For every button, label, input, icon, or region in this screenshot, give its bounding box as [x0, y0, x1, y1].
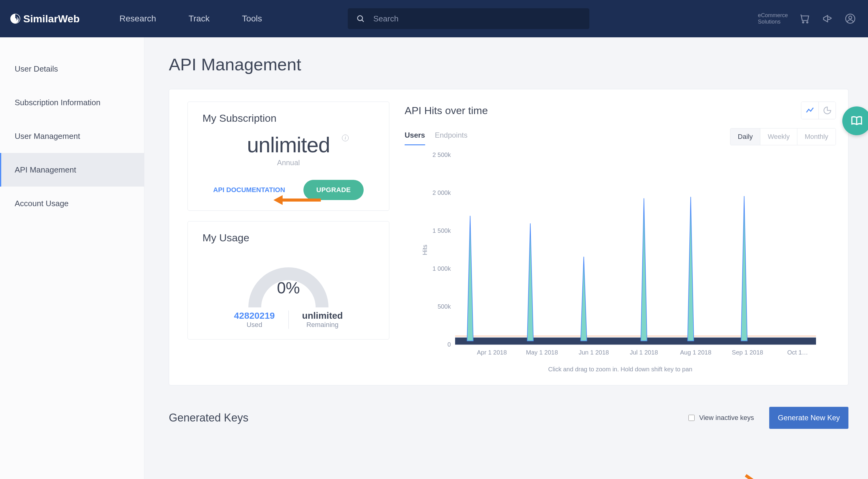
usage-used-label: Used: [234, 321, 275, 329]
topbar: SimilarWeb Research Track Tools eCommerc…: [0, 0, 868, 37]
sidebar-item-account-usage[interactable]: Account Usage: [0, 187, 144, 220]
line-chart-view-button[interactable]: [801, 102, 818, 119]
tab-endpoints[interactable]: Endpoints: [435, 128, 468, 145]
help-fab[interactable]: [842, 107, 868, 135]
search-input[interactable]: [373, 14, 581, 24]
svg-text:Sep 1 2018: Sep 1 2018: [732, 349, 763, 356]
cart-icon[interactable]: [800, 13, 810, 24]
svg-point-6: [849, 16, 852, 19]
line-chart-icon: [805, 106, 814, 115]
usage-used-value: 42820219: [234, 310, 275, 321]
svg-text:1 500k: 1 500k: [432, 227, 451, 234]
nav-tools[interactable]: Tools: [242, 14, 262, 24]
sidebar-item-user-management[interactable]: User Management: [0, 119, 144, 153]
usage-remaining-value: unlimited: [302, 310, 343, 321]
generated-keys-title: Generated Keys: [169, 411, 248, 424]
subscription-title: My Subscription: [203, 112, 374, 124]
usage-card: My Usage 0% 42820219 Used unlimited Rema…: [187, 221, 389, 339]
svg-point-3: [803, 22, 804, 23]
brand-logo[interactable]: SimilarWeb: [10, 13, 80, 25]
user-account-icon[interactable]: [845, 13, 856, 24]
annotation-arrow-icon: [743, 472, 785, 479]
chart-view-switch: [801, 101, 836, 119]
page-title: API Management: [169, 55, 848, 74]
svg-rect-14: [455, 337, 816, 345]
api-documentation-link[interactable]: API DOCUMENTATION: [213, 185, 285, 194]
sidebar: User Details Subscription Information Us…: [0, 37, 144, 479]
subscription-card: My Subscription i unlimited Annual API D…: [187, 101, 389, 211]
header-right: eCommerce Solutions: [758, 12, 856, 25]
generate-new-key-button[interactable]: Generate New Key: [769, 407, 848, 429]
subscription-value: unlimited: [203, 133, 374, 157]
range-daily[interactable]: Daily: [731, 128, 760, 145]
svg-text:Hits: Hits: [422, 245, 428, 255]
pie-chart-icon: [823, 106, 832, 115]
sidebar-item-label: Subscription Information: [15, 98, 100, 107]
nav-research[interactable]: Research: [120, 14, 156, 24]
usage-title: My Usage: [203, 232, 249, 244]
ecommerce-solutions-link[interactable]: eCommerce Solutions: [758, 12, 788, 25]
generated-keys-header: Generated Keys View inactive keys Genera…: [169, 407, 848, 429]
svg-text:Jul 1 2018: Jul 1 2018: [630, 349, 658, 356]
svg-line-2: [362, 20, 364, 22]
tab-users[interactable]: Users: [405, 128, 425, 145]
sidebar-item-subscription-info[interactable]: Subscription Information: [0, 86, 144, 119]
svg-point-1: [358, 16, 363, 21]
view-inactive-keys-label: View inactive keys: [699, 414, 754, 422]
svg-line-27: [746, 475, 776, 479]
dashboard-panel: My Subscription i unlimited Annual API D…: [169, 89, 848, 385]
view-inactive-keys-input[interactable]: [688, 415, 694, 421]
brand-name: SimilarWeb: [23, 13, 80, 25]
svg-text:2 500k: 2 500k: [432, 151, 451, 158]
info-icon[interactable]: i: [342, 134, 349, 141]
sidebar-item-api-management[interactable]: API Management: [0, 153, 144, 187]
svg-text:May 1 2018: May 1 2018: [526, 349, 558, 356]
hits-chart[interactable]: 0500k1 000k1 500k2 000k2 500kHitsApr 1 2…: [405, 149, 836, 363]
svg-text:1 000k: 1 000k: [432, 265, 451, 272]
sidebar-item-label: Account Usage: [15, 199, 68, 208]
svg-rect-15: [455, 335, 816, 336]
subscription-period: Annual: [203, 158, 374, 167]
main-content: API Management My Subscription i unlimit…: [144, 37, 868, 479]
sidebar-item-label: User Details: [15, 64, 58, 74]
usage-percent: 0%: [277, 279, 300, 297]
hits-title: API Hits over time: [405, 104, 488, 117]
svg-text:Jun 1 2018: Jun 1 2018: [579, 349, 609, 356]
range-monthly[interactable]: Monthly: [797, 128, 836, 145]
book-icon: [850, 114, 863, 127]
pie-chart-view-button[interactable]: [818, 102, 836, 119]
upgrade-button[interactable]: UPGRADE: [303, 180, 364, 200]
svg-text:Apr 1 2018: Apr 1 2018: [477, 349, 507, 356]
time-range-switch: Daily Weekly Monthly: [730, 128, 836, 145]
search-box[interactable]: [348, 8, 589, 29]
svg-text:Oct 1…: Oct 1…: [787, 349, 808, 356]
svg-point-4: [807, 22, 808, 23]
usage-remaining-label: Remaining: [302, 321, 343, 329]
sidebar-item-user-details[interactable]: User Details: [0, 52, 144, 86]
svg-text:2 000k: 2 000k: [432, 189, 451, 196]
search-icon: [356, 14, 365, 23]
svg-text:Aug 1 2018: Aug 1 2018: [680, 349, 711, 356]
ecom-line2: Solutions: [758, 19, 788, 25]
chart-hint: Click and drag to zoom in. Hold down shi…: [405, 366, 836, 373]
nav-track[interactable]: Track: [188, 14, 210, 24]
view-inactive-keys-checkbox[interactable]: View inactive keys: [687, 414, 754, 422]
sidebar-item-label: API Management: [15, 165, 76, 175]
ecom-line1: eCommerce: [758, 12, 788, 19]
sidebar-item-label: User Management: [15, 131, 80, 141]
brand-mark-icon: [10, 13, 21, 24]
top-nav: Research Track Tools: [120, 14, 262, 24]
svg-text:0: 0: [447, 341, 451, 348]
range-weekly[interactable]: Weekly: [760, 128, 797, 145]
announcements-icon[interactable]: [822, 13, 833, 24]
svg-text:500k: 500k: [438, 303, 451, 310]
